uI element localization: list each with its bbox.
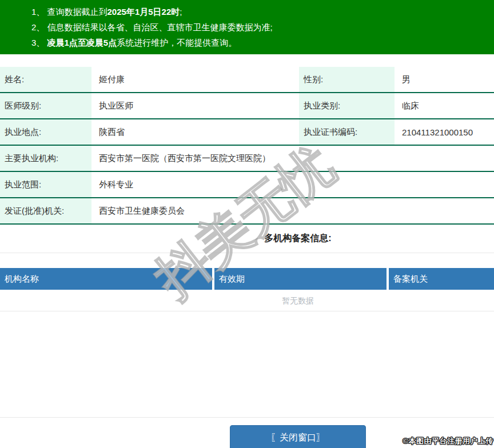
notice-line-1-bold: 2025年1月5日22时 (107, 7, 180, 17)
notice-banner: 1、 查询数据截止到2025年1月5日22时; 2、 信息数据结果以各省、自治区… (0, 0, 494, 54)
table-row-main-institution: 主要执业机构: 西安市第一医院（西安市第一医院文理医院） (0, 146, 494, 172)
footer-spacer (0, 311, 494, 417)
certificate-number-value: 210411321000150 (395, 119, 494, 145)
notice-line-1-post: ; (180, 7, 182, 17)
table-row-practice-scope: 执业范围: 外科专业 (0, 172, 494, 198)
notice-line-3: 3、 凌晨1点至凌晨5点系统进行维护，不能提供查询。 (31, 35, 494, 50)
issuing-authority-value: 西安市卫生健康委员会 (91, 198, 494, 223)
notice-line-3-bold: 凌晨1点至凌晨5点 (47, 38, 117, 47)
notice-line-1: 1、 查询数据截止到2025年1月5日22时; (31, 4, 494, 19)
notice-line-2: 2、 信息数据结果以各省、自治区、直辖市卫生健康委数据为准; (31, 19, 494, 35)
table-row-issuing-authority: 发证(批准)机关: 西安市卫生健康委员会 (0, 198, 494, 225)
filing-col-filing-authority: 备案机关 (389, 268, 494, 290)
notice-line-3-post: 系统进行维护，不能提供查询。 (117, 38, 237, 47)
name-label: 姓名: (0, 67, 91, 92)
filing-table-empty-state: 暂无数据 (0, 290, 494, 311)
filing-col-institution-name: 机构名称 (0, 268, 212, 290)
notice-line-1-text: 1、 查询数据截止到 (31, 7, 107, 17)
main-institution-value: 西安市第一医院（西安市第一医院文理医院） (91, 146, 494, 171)
table-row-location-certno: 执业地点: 陕西省 执业证书编码: 210411321000150 (0, 119, 494, 146)
doctor-level-value: 执业医师 (91, 93, 299, 118)
practice-location-label: 执业地点: (0, 119, 91, 145)
notice-line-2-text: 2、 信息数据结果以各省、自治区、直辖市卫生健康委数据为准; (31, 22, 273, 32)
practice-location-value: 陕西省 (91, 119, 299, 145)
issuing-authority-label: 发证(批准)机关: (0, 198, 91, 223)
table-row-name-gender: 姓名: 姬付康 性别: 男 (0, 67, 494, 93)
name-value: 姬付康 (91, 67, 299, 92)
notice-line-3-text: 3、 (31, 38, 47, 47)
gender-value: 男 (395, 67, 494, 92)
filing-table-header: 机构名称 有效期 备案机关 (0, 268, 494, 290)
page-container: 1、 查询数据截止到2025年1月5日22时; 2、 信息数据结果以各省、自治区… (0, 0, 494, 448)
copyright-stamp: ©本图由平台注册用户上传 (403, 436, 493, 446)
practice-category-label: 执业类别: (299, 93, 395, 118)
query-result-page: 1、 查询数据截止到2025年1月5日22时; 2、 信息数据结果以各省、自治区… (0, 0, 494, 448)
multi-institution-section-title: 多机构备案信息: (0, 225, 494, 253)
doctor-level-label: 医师级别: (0, 93, 91, 118)
physician-info-table: 姓名: 姬付康 性别: 男 医师级别: 执业医师 执业类别: 临床 执业地点: … (0, 67, 494, 225)
gender-label: 性别: (299, 67, 395, 92)
certificate-number-label: 执业证书编码: (299, 119, 395, 145)
practice-category-value: 临床 (395, 93, 494, 118)
main-institution-label: 主要执业机构: (0, 146, 91, 171)
table-row-level-category: 医师级别: 执业医师 执业类别: 临床 (0, 93, 494, 119)
filing-col-validity-period: 有效期 (214, 268, 387, 290)
practice-scope-value: 外科专业 (91, 172, 494, 197)
close-window-button[interactable]: 〖关闭窗口〗 (230, 425, 366, 448)
practice-scope-label: 执业范围: (0, 172, 91, 197)
